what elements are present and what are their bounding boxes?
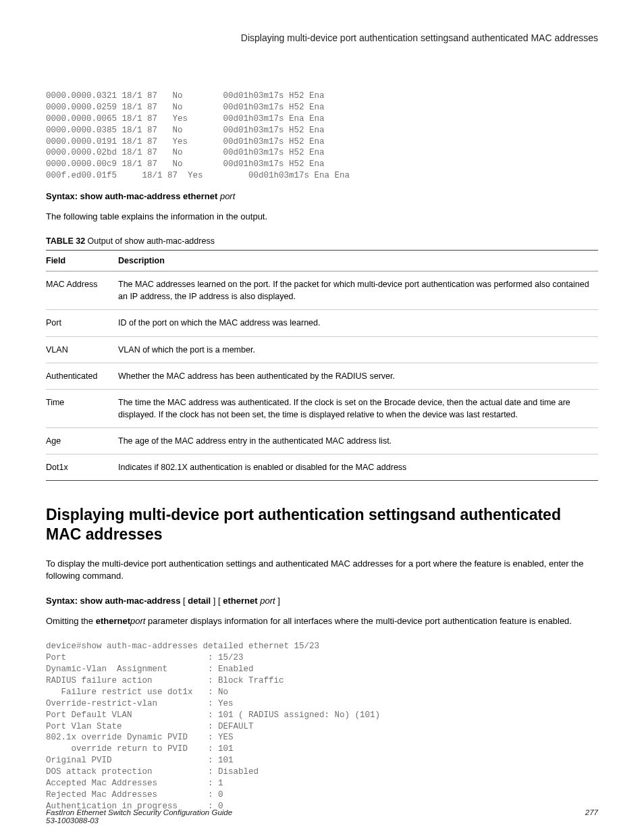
syntax2-plain3: ] <box>275 596 280 606</box>
output-table: Field Description MAC Address The MAC ad… <box>46 250 598 481</box>
cell-desc: Whether the MAC address has been authent… <box>118 363 598 389</box>
syntax-line-2: Syntax: show auth-mac-address [ detail ]… <box>46 596 598 606</box>
table-caption-text: Output of show auth-mac-address <box>85 236 215 246</box>
cell-field: Age <box>46 428 118 454</box>
footer-left: FastIron Ethernet Switch Security Config… <box>46 808 232 825</box>
code-block-detailed: device#show auth-mac-addresses detailed … <box>46 641 598 812</box>
table-row: Dot1x Indicates if 802.1X authentication… <box>46 454 598 481</box>
page-container: Displaying multi-device port authenticat… <box>0 0 644 834</box>
footer-docnum: 53-1003088-03 <box>46 816 232 825</box>
table-row: Time The time the MAC address was authen… <box>46 389 598 427</box>
table-row: Port ID of the port on which the MAC add… <box>46 310 598 336</box>
cell-field: Authenticated <box>46 363 118 389</box>
syntax-bold: Syntax: show auth-mac-address ethernet <box>46 191 220 201</box>
cell-desc: The time the MAC address was authenticat… <box>118 389 598 427</box>
table-row: Age The age of the MAC address entry in … <box>46 428 598 454</box>
syntax2-plain1: [ <box>180 596 188 606</box>
table-row: Authenticated Whether the MAC address ha… <box>46 363 598 389</box>
para3-bold: ethernet <box>96 616 130 626</box>
cell-field: MAC Address <box>46 271 118 310</box>
footer-page-number: 277 <box>585 808 598 825</box>
cell-desc: VLAN of which the port is a member. <box>118 336 598 363</box>
cell-field: Time <box>46 389 118 427</box>
cell-desc: ID of the port on which the MAC address … <box>118 310 598 336</box>
syntax2-bold3: ethernet <box>223 596 257 606</box>
syntax2-bold1: Syntax: show auth-mac-address <box>46 596 180 606</box>
footer-title: FastIron Ethernet Switch Security Config… <box>46 808 232 816</box>
page-footer: FastIron Ethernet Switch Security Config… <box>46 808 598 825</box>
code-block-mac-list: 0000.0000.0321 18/1 87 No 00d01h03m17s H… <box>46 90 598 182</box>
cell-field: Dot1x <box>46 454 118 481</box>
para3-ital: port <box>130 616 145 626</box>
table-row: VLAN VLAN of which the port is a member. <box>46 336 598 363</box>
paragraph-intro: The following table explains the informa… <box>46 211 598 223</box>
section-heading: Displaying multi-device port authenticat… <box>46 505 598 544</box>
table-caption-bold: TABLE 32 <box>46 236 85 246</box>
th-field: Field <box>46 251 118 271</box>
page-header: Displaying multi-device port authenticat… <box>46 32 598 43</box>
para3-post: parameter displays information for all i… <box>145 616 572 626</box>
paragraph-omitting: Omitting the ethernetport parameter disp… <box>46 615 598 627</box>
syntax2-plain2: ] [ <box>211 596 223 606</box>
syntax-ital: port <box>220 191 235 201</box>
paragraph-section-intro: To display the multi-device port authent… <box>46 558 598 582</box>
syntax-line-1: Syntax: show auth-mac-address ethernet p… <box>46 191 598 201</box>
syntax2-ital: port <box>258 596 275 606</box>
cell-desc: The age of the MAC address entry in the … <box>118 428 598 454</box>
para3-pre: Omitting the <box>46 616 96 626</box>
table-row: MAC Address The MAC addresses learned on… <box>46 271 598 310</box>
cell-field: VLAN <box>46 336 118 363</box>
cell-field: Port <box>46 310 118 336</box>
cell-desc: The MAC addresses learned on the port. I… <box>118 271 598 310</box>
cell-desc: Indicates if 802.1X authentication is en… <box>118 454 598 481</box>
th-description: Description <box>118 251 598 271</box>
syntax2-bold2: detail <box>188 596 211 606</box>
table-caption: TABLE 32 Output of show auth-mac-address <box>46 236 598 246</box>
